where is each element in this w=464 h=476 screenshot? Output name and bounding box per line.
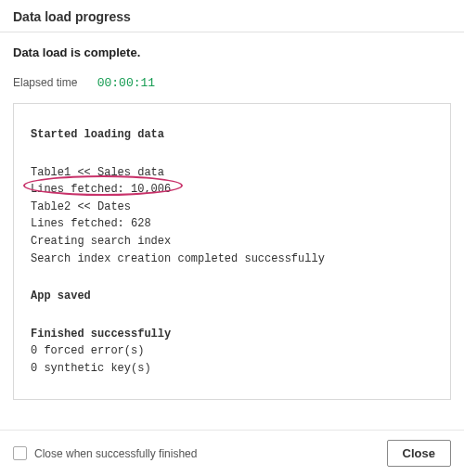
dialog-title: Data load progress — [13, 9, 451, 24]
close-on-finish-label: Close when successfully finished — [34, 447, 197, 460]
log-finished-heading: Finished successfully — [31, 326, 433, 343]
elapsed-value: 00:00:11 — [97, 76, 155, 90]
log-table2-lines: Lines fetched: 628 — [31, 215, 433, 233]
dialog-footer: Close when successfully finished Close — [0, 430, 464, 476]
elapsed-row: Elapsed time 00:00:11 — [13, 76, 451, 90]
log-index-done: Search index creation completed successf… — [31, 251, 433, 268]
dialog-header: Data load progress — [0, 0, 464, 32]
close-button[interactable]: Close — [387, 440, 451, 467]
data-load-dialog: Data load progress Data load is complete… — [0, 0, 464, 476]
log-table2-load: Table2 << Dates — [31, 199, 433, 216]
log-table1-load: Table1 << Sales data — [31, 164, 433, 182]
load-status: Data load is complete. — [13, 45, 451, 59]
log-output: Started loading data Table1 << Sales dat… — [13, 103, 451, 400]
elapsed-label: Elapsed time — [13, 76, 77, 89]
close-on-finish-checkbox[interactable] — [13, 446, 27, 460]
log-forced-errors: 0 forced error(s) — [31, 342, 433, 360]
close-on-finish-row[interactable]: Close when successfully finished — [13, 446, 197, 460]
dialog-content: Data load is complete. Elapsed time 00:0… — [0, 32, 464, 430]
log-table1-lines: Lines fetched: 10,006 — [31, 181, 433, 199]
log-app-saved: App saved — [31, 288, 433, 305]
log-synthetic-keys: 0 synthetic key(s) — [31, 360, 433, 378]
log-started-heading: Started loading data — [31, 126, 433, 144]
log-index-create: Creating search index — [31, 233, 433, 251]
